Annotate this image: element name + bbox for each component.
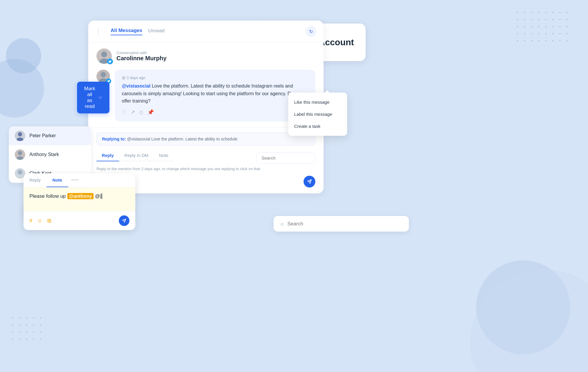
conversation-avatar-wrap [96,48,112,64]
note-emoji-icon[interactable]: ☺ [37,218,42,224]
message-avatar-wrap [96,70,110,83]
reply-tab-reply[interactable]: Reply [96,150,119,161]
message-mention: @vistasocial [122,83,150,88]
context-label[interactable]: Label this message [288,108,347,120]
svg-point-4 [101,51,107,57]
note-tabs: Reply Note ━━━ [24,173,135,187]
note-tab-extra: ━━━ [71,173,78,187]
context-like[interactable]: Like this message [288,96,347,108]
note-text-before: Please follow up [29,193,67,199]
conversation-name: Carolinne Murphy [116,55,166,62]
bookmark-icon[interactable]: ◇ [139,109,143,115]
note-tab-reply[interactable]: Reply [24,173,46,187]
context-menu: Like this message Label this message Cre… [288,93,347,136]
carolinne-twitter-badge [107,58,113,64]
mark-all-read-label: Mark all as read [84,86,95,109]
message-text: @vistasocial Love the platform. Latest t… [122,82,308,105]
mark-all-read-button[interactable]: Mark all as read ☞ [77,82,109,113]
dot-grid-top-right [517,12,570,44]
main-search-input[interactable] [287,221,402,227]
anthony-avatar [15,149,25,160]
note-tab-note[interactable]: Note [46,173,68,187]
message-bubble-wrap: @ 2 days ago @vistasocial Love the platf… [96,70,315,121]
peter-name: Peter Parker [29,133,56,138]
context-task[interactable]: Create a task [288,120,347,132]
like-icon[interactable]: ♡ [122,109,126,115]
conversation-info: Conversation with Carolinne Murphy [116,51,166,62]
reply-tabs-row: Reply Reply in DM Note [96,150,315,166]
anthony-name: Anthony Stark [29,152,59,157]
contact-item-anthony[interactable]: Anthony Stark [9,145,91,164]
tab-unread[interactable]: Unread [148,28,165,35]
replying-to-label: Replying to: [102,137,126,141]
replying-to-text: @vistasocial Love the platform. Latest t… [127,137,237,141]
dot-grid-bottom-left [12,317,44,343]
cursor-icon: ☞ [98,95,102,100]
more-options-icon[interactable]: ⋮ [95,28,102,35]
share-icon[interactable]: ↗ [131,109,135,115]
search-icon: ⌕ [281,221,284,227]
note-text-after: @| [95,193,102,199]
message-bubble: @ 2 days ago @vistasocial Love the platf… [115,70,315,121]
reply-hint: Reply to the mention from 2 days ago, to… [96,166,315,172]
note-send-button[interactable] [119,215,129,226]
note-mention: @anthony [67,193,94,199]
pin-icon[interactable]: 📌 [147,109,154,115]
peter-avatar [15,130,25,141]
deco-circle-2 [6,38,41,73]
reply-tabs: Reply Reply in DM Note [96,150,174,161]
message-time: @ 2 days ago [122,76,308,80]
svg-point-10 [18,132,22,136]
note-hash-icon[interactable]: # [29,218,32,224]
message-actions: ♡ ↗ ◇ 📌 ··· [122,109,308,115]
conversation-header: Conversation with Carolinne Murphy [88,43,324,70]
reply-preview: Replying to: @vistasocial Love the platf… [96,132,315,146]
reply-tab-note[interactable]: Note [154,150,174,161]
conversation-label: Conversation with [116,51,166,55]
send-reply-button[interactable] [304,176,315,187]
reply-search-input[interactable] [256,152,315,164]
contact-item-peter[interactable]: Peter Parker [9,126,91,145]
tabs-header: ⋮ All Messages Unread ↻ [88,21,324,43]
note-actions: # ☺ ⊞ [24,211,135,230]
reply-tab-dm[interactable]: Reply in DM [119,150,154,161]
refresh-button[interactable]: ↻ [305,26,317,37]
note-image-icon[interactable]: ⊞ [47,217,51,224]
svg-point-13 [18,151,22,155]
search-bar-right: ⌕ [274,216,409,232]
note-panel: Reply Note ━━━ Please follow up @anthony… [24,173,135,230]
note-content: Please follow up @anthony @| [24,187,135,211]
svg-point-7 [101,72,106,77]
tab-all-messages[interactable]: All Messages [111,28,142,35]
